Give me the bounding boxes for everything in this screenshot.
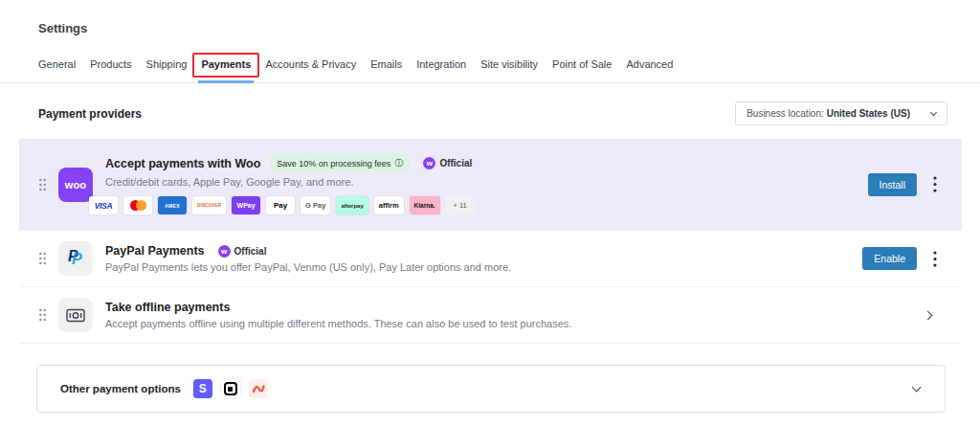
tabs-divider [0, 82, 980, 83]
drag-handle-icon[interactable] [38, 252, 47, 265]
settings-tabs: General Products Shipping Payments Accou… [38, 58, 980, 70]
woo-official-icon: w [423, 157, 435, 169]
payment-providers-list: woo Accept payments with Woo Save 10% on… [19, 139, 962, 344]
install-button[interactable]: Install [868, 173, 917, 196]
official-label: Official [234, 246, 267, 257]
google-pay-icon: G Pay [301, 196, 330, 214]
section-heading: Payment providers [38, 107, 142, 121]
woo-official-icon: w [218, 245, 231, 258]
payment-methods-row: VISA AMEX DISCOVER WPay Pay G Pay afterp… [89, 196, 868, 214]
settings-page: Settings General Products Shipping Payme… [0, 21, 980, 413]
amex-icon: AMEX [158, 196, 187, 214]
stripe-icon: S [193, 379, 212, 398]
affirm-icon: affirm [374, 196, 404, 214]
mastercard-icon [123, 196, 152, 214]
other-payment-options-label: Other payment options [60, 383, 181, 394]
promo-badge-text: Save 10% on processing fees [277, 159, 390, 169]
tab-integration[interactable]: Integration [416, 58, 466, 70]
square-icon [221, 379, 240, 398]
business-location-select[interactable]: Business location: United States (US) [735, 101, 947, 125]
chevron-right-icon[interactable] [924, 310, 933, 320]
provider-row-woo: woo Accept payments with Woo Save 10% on… [19, 139, 962, 230]
chevron-down-icon [930, 108, 937, 115]
visa-icon: VISA [89, 196, 118, 214]
tab-accounts-privacy[interactable]: Accounts & Privacy [265, 58, 356, 70]
tab-point-of-sale[interactable]: Point of Sale [552, 58, 612, 70]
tab-products[interactable]: Products [90, 58, 131, 70]
provider-description: PayPal Payments lets you offer PayPal, V… [105, 261, 862, 273]
discover-icon: DISCOVER [192, 196, 226, 214]
official-badge: w Official [423, 157, 472, 169]
tab-payments[interactable]: Payments [201, 58, 251, 70]
provider-row-paypal: P P PayPal Payments w Official PayPal Pa… [19, 230, 962, 286]
provider-row-offline[interactable]: Take offline payments Accept payments of… [19, 286, 962, 343]
kebab-menu-icon[interactable] [931, 174, 939, 194]
other-payment-options[interactable]: Other payment options S [36, 365, 946, 413]
provider-title: Accept payments with Woo [105, 157, 260, 170]
provider-description: Accept payments offline using multiple d… [105, 318, 924, 329]
drag-handle-icon[interactable] [38, 178, 47, 191]
official-badge: w Official [218, 245, 267, 258]
official-label: Official [439, 158, 472, 169]
enable-button[interactable]: Enable [862, 247, 917, 270]
business-location-value: United States (US) [827, 108, 910, 119]
page-title: Settings [38, 21, 980, 35]
drag-handle-icon[interactable] [38, 308, 47, 322]
apple-pay-icon: Pay [266, 196, 295, 214]
woopay-icon: WPay [232, 196, 260, 214]
paypal-logo: P P [58, 241, 93, 276]
tab-site-visibility[interactable]: Site visibility [480, 58, 538, 70]
active-tab-underline [198, 80, 254, 83]
provider-title: PayPal Payments [105, 244, 205, 258]
tab-general[interactable]: General [38, 58, 76, 70]
afterpay-icon: afterpay [336, 196, 368, 214]
promo-badge: Save 10% on processing fees ⓘ [270, 154, 410, 172]
tab-emails[interactable]: Emails [370, 58, 402, 70]
tab-payments-label: Payments [201, 58, 251, 70]
tab-advanced[interactable]: Advanced [626, 58, 673, 70]
more-methods-badge: + 11 [446, 196, 475, 214]
provider-description: Credit/debit cards, Apple Pay, Google Pa… [105, 176, 868, 188]
airwallex-icon [249, 379, 268, 398]
business-location-label: Business location: [746, 108, 824, 119]
kebab-menu-icon[interactable] [931, 249, 939, 269]
woo-logo: woo [58, 168, 93, 202]
tab-shipping[interactable]: Shipping [146, 58, 188, 70]
klarna-icon: Klarna. [410, 196, 440, 214]
cash-icon [58, 298, 93, 332]
chevron-down-icon[interactable] [912, 383, 922, 393]
info-icon[interactable]: ⓘ [394, 157, 403, 169]
provider-title: Take offline payments [105, 301, 230, 314]
